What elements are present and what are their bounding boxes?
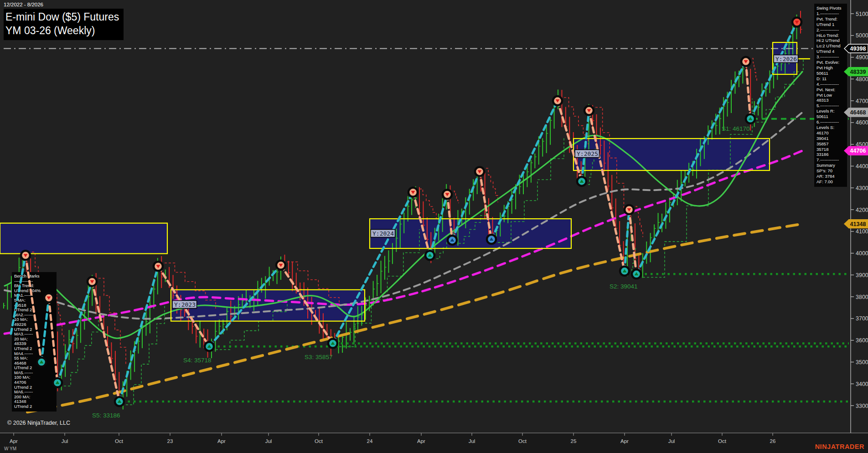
instrument-title-line1: E-mini Dow ($5) Futures — [5, 10, 119, 24]
price-tick-label: 35000 — [856, 359, 868, 365]
chart-header: 12/2022 - 8/2026 E-mini Dow ($5) Futures… — [4, 2, 124, 40]
price-tick-label: 46000 — [856, 119, 868, 126]
swing-pivots-panel: Swing Pivots 1.-------------Pvt. Trend:U… — [814, 4, 847, 187]
panel-line: Pvt High — [816, 65, 845, 71]
price-tick-label: 38000 — [856, 294, 868, 300]
instrument-tag: W YM — [4, 446, 16, 451]
price-badge: 44706 — [844, 146, 868, 155]
panel-line: 3.------------- — [816, 54, 845, 60]
panel-line: Pvt. Evolve: — [816, 60, 845, 65]
time-tick-label: Oct — [115, 438, 124, 444]
panel-line: UTrend 2 — [14, 346, 54, 351]
svg-text:48339: 48339 — [850, 69, 866, 75]
panel-line: Lo:2 UTrend — [816, 43, 845, 49]
price-tick-label: 47000 — [856, 98, 868, 104]
panel-line: 7.------------- — [816, 157, 845, 163]
price-badge: 46468 — [844, 108, 868, 117]
price-tick-label: 44000 — [856, 163, 868, 170]
panel-line: 46170 — [816, 130, 845, 136]
time-tick-label: Jul — [62, 438, 68, 444]
panel-line: 4.------------- — [816, 82, 845, 87]
panel-line: UTrend 4 — [816, 49, 845, 54]
date-range-label: 12/2022 - 8/2026 — [4, 2, 124, 7]
panel-line: 35857 — [816, 141, 845, 147]
time-tick-label: Jul — [469, 438, 475, 444]
swing-pivots-lines: 1.-------------Pvt. Trend:UTrend 12.----… — [816, 11, 845, 185]
price-tick-label: 49000 — [856, 54, 868, 61]
instrument-title-line2: YM 03-26 (Weekly) — [5, 24, 119, 37]
panel-line: Pvt. Trend: — [816, 16, 845, 22]
price-tick-label: 36000 — [856, 337, 868, 344]
panel-line: Summary — [816, 163, 845, 168]
panel-line: 39041 — [816, 136, 845, 141]
time-tick-label: Jul — [668, 438, 675, 444]
svg-text:49398: 49398 — [850, 46, 866, 52]
time-tick-label: Jul — [265, 438, 272, 444]
panel-line: Pvt Low — [816, 93, 845, 98]
ninjatrader-chart-window: 12/2022 - 8/2026 E-mini Dow ($5) Futures… — [0, 0, 868, 453]
panel-line: 35718 — [816, 147, 845, 152]
panel-line: 2.------------- — [816, 27, 845, 33]
panel-line: 1.------------- — [816, 11, 845, 16]
price-tick-label: 50000 — [856, 32, 868, 39]
price-tick-label: 51000 — [856, 11, 868, 17]
price-tick-label: 48000 — [856, 76, 868, 82]
price-tick-label: 33000 — [856, 403, 868, 409]
time-tick-label: Oct — [718, 438, 727, 444]
panel-line: 48313 — [816, 98, 845, 103]
panel-line: SP's: 70 — [816, 168, 845, 174]
price-tick-label: 43000 — [856, 185, 868, 191]
panel-line: Levels R: — [816, 108, 845, 114]
copyright-label: © 2026 NinjaTrader, LLC — [7, 420, 70, 426]
panel-line: 33186 — [816, 152, 845, 157]
time-tick-label: 24 — [367, 438, 373, 444]
price-tick-label: 41000 — [856, 228, 868, 235]
time-tick-label: 25 — [571, 438, 577, 444]
time-tick-label: Oct — [315, 438, 323, 444]
svg-text:46468: 46468 — [850, 109, 866, 116]
bench-marks-title: Bench Marks — [14, 274, 54, 279]
time-tick-label: Apr — [10, 438, 18, 444]
instrument-title-box: E-mini Dow ($5) Futures YM 03-26 (Weekly… — [4, 9, 124, 40]
price-tick-label: 42000 — [856, 207, 868, 213]
swing-pivots-title: Swing Pivots — [816, 5, 845, 11]
panel-line: AR: 3784 — [816, 174, 845, 179]
panel-line: AF: 7.00 — [816, 179, 845, 185]
time-tick-label: Apr — [217, 438, 226, 444]
panel-line: 5.------------- — [816, 103, 845, 108]
time-tick-label: Apr — [417, 438, 425, 444]
panel-line: 6.------------- — [816, 119, 845, 125]
time-tick-label: 26 — [770, 438, 776, 444]
time-tick-label: Apr — [620, 438, 629, 444]
price-tick-label: 39000 — [856, 272, 868, 278]
panel-line: UTrend 2 — [14, 404, 54, 409]
bench-marks-panel: Bench Marks -------------BM Trend:UTrend… — [12, 272, 57, 412]
ninjatrader-logo: NINJATRADER — [815, 443, 864, 450]
svg-text:44706: 44706 — [850, 148, 866, 154]
price-tick-label: 40000 — [856, 250, 868, 257]
panel-line: 50611 — [816, 114, 845, 119]
price-badge: 41348 — [844, 220, 868, 228]
panel-line: D: 11 — [816, 76, 845, 82]
panel-line: Pvt. Next: — [816, 87, 845, 93]
time-tick-label: 23 — [167, 438, 173, 444]
panel-line: Levels S: — [816, 125, 845, 130]
bench-marks-lines: -------------BM Trend:UTrend 104%MA1.---… — [14, 279, 54, 409]
price-badge: 49398 — [844, 44, 868, 53]
panel-line: 49226 — [14, 322, 54, 327]
panel-line: UTrend 1 — [816, 22, 845, 27]
price-tick-label: 34000 — [856, 381, 868, 387]
panel-line: 50611 — [816, 71, 845, 76]
price-badge: 48339 — [844, 67, 868, 76]
panel-line: HiLo Trend: — [816, 33, 845, 38]
panel-line: Hi:2 UTrend — [816, 38, 845, 43]
panel-line: 5 MA: — [14, 298, 54, 303]
time-tick-label: Oct — [518, 438, 527, 444]
chart-canvas[interactable] — [0, 0, 868, 453]
price-tick-label: 37000 — [856, 315, 868, 322]
svg-text:41348: 41348 — [850, 221, 866, 227]
